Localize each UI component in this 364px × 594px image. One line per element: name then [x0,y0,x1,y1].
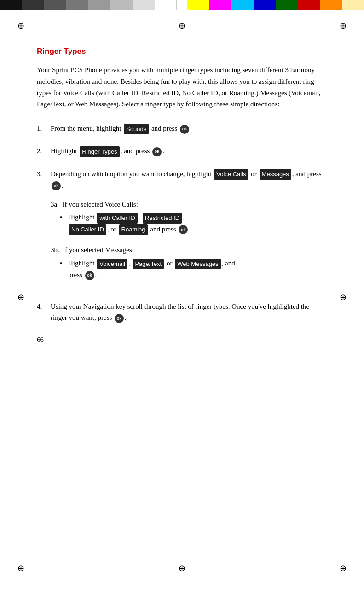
highlight-roaming: Roaming [119,224,148,235]
bullet-3b-1-content: Highlight Voicemail, Page/Text or Web Me… [68,258,235,281]
bullet-3a-1-content: Highlight with Caller ID, Restricted ID,… [68,212,191,235]
ok-button-3: ok [52,181,61,190]
crosshair-icon: ⊕ [17,563,24,573]
color-magenta [209,0,231,10]
color-near-white [133,0,155,10]
color-gray [66,0,88,10]
color-dark-gray [22,0,44,10]
steps-list: 1. From the menu, highlight Sounds and p… [37,123,327,323]
reg-mark-bottom-left: ⊕ [17,563,24,573]
highlight-voice-calls: Voice Calls [214,169,248,179]
sub-steps: 3a. If you selected Voice Calls: • Highl… [51,199,327,281]
color-medium-gray [44,0,66,10]
step-number-3: 3. [37,168,51,290]
step-3: 3. Depending on which option you want to… [37,168,327,290]
ok-button-2: ok [152,147,162,156]
color-pale-yellow [342,0,364,10]
bullet-dot: • [60,212,68,235]
color-white [155,0,177,10]
step-number-4: 4. [37,301,51,324]
bullet-list-3a: • Highlight with Caller ID, Restricted I… [51,212,327,235]
page-number: 66 [37,336,44,344]
bullet-dot-3b: • [60,258,68,281]
color-green [276,0,298,10]
sub-step-3b-label: 3b. If you selected Messages: [51,244,327,256]
step-number-2: 2. [37,145,51,157]
crosshair-icon: ⊕ [340,563,347,573]
bullet-list-3b: • Highlight Voicemail, Page/Text or Web … [51,258,327,281]
color-lighter-gray [110,0,133,10]
step-2-content: Highlight Ringer Types, and press ok. [51,145,327,157]
bullet-3a-1: • Highlight with Caller ID, Restricted I… [60,212,327,235]
section-title: Ringer Types [37,47,327,56]
intro-paragraph: Your Sprint PCS Phone provides you with … [37,64,327,110]
color-yellow [187,0,209,10]
step-number-1: 1. [37,123,51,134]
highlight-ringer-types: Ringer Types [80,146,119,157]
highlight-messages: Messages [260,169,291,179]
step-4: 4. Using your Navigation key scroll thro… [37,301,327,324]
highlight-no-caller-id: No Caller ID [69,224,106,235]
page-content: Ringer Types Your Sprint PCS Phone provi… [0,10,364,362]
step-1: 1. From the menu, highlight Sounds and p… [37,123,327,134]
highlight-voicemail: Voicemail [97,259,127,269]
color-bar-gap [177,0,187,10]
step-4-content: Using your Navigation key scroll through… [51,301,327,324]
ok-button-3b: ok [85,271,94,280]
color-orange [320,0,342,10]
color-red [298,0,320,10]
reg-mark-bottom-center: ⊕ [179,563,185,573]
highlight-page-text: Page/Text [133,259,164,269]
highlight-web-messages: Web Messages [175,259,220,269]
color-bar-top [0,0,364,10]
highlight-with-caller-id: with Caller ID [97,213,137,223]
color-cyan [231,0,254,10]
ok-button-3a: ok [179,225,188,234]
sub-step-3a: 3a. If you selected Voice Calls: • Highl… [51,199,327,235]
crosshair-icon: ⊕ [179,563,185,573]
ok-button-4: ok [115,314,124,323]
ok-button-1: ok [180,125,189,134]
sub-step-3b: 3b. If you selected Messages: • Highligh… [51,244,327,281]
bullet-3b-1: • Highlight Voicemail, Page/Text or Web … [60,258,327,281]
step-2: 2. Highlight Ringer Types, and press ok. [37,145,327,157]
highlight-restricted-id: Restricted ID [143,213,182,223]
sub-step-3a-label: 3a. If you selected Voice Calls: [51,199,327,210]
color-black [0,0,22,10]
step-1-content: From the menu, highlight Sounds and pres… [51,123,327,134]
color-light-gray [88,0,110,10]
highlight-sounds: Sounds [124,124,149,134]
reg-mark-bottom-right: ⊕ [340,563,347,573]
color-blue [254,0,276,10]
step-3-content: Depending on which option you want to ch… [51,168,327,290]
